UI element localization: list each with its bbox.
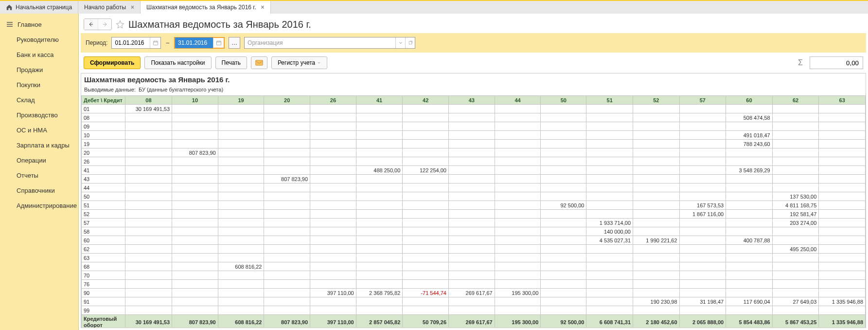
grid-cell[interactable] bbox=[633, 254, 680, 262]
grid-cell[interactable] bbox=[726, 271, 773, 280]
grid-col-header[interactable]: 51 bbox=[586, 96, 633, 105]
grid-col-header[interactable]: 26 bbox=[310, 96, 356, 105]
grid-cell[interactable] bbox=[264, 306, 310, 315]
grid-cell[interactable] bbox=[449, 201, 495, 210]
grid-cell[interactable] bbox=[310, 113, 356, 122]
grid-cell[interactable] bbox=[264, 122, 310, 131]
grid-cell[interactable] bbox=[125, 148, 172, 157]
grid-cell[interactable] bbox=[218, 306, 264, 315]
grid-cell[interactable] bbox=[264, 236, 310, 245]
grid-cell[interactable]: 27 649,03 bbox=[772, 297, 819, 306]
grid-cell[interactable] bbox=[819, 175, 866, 183]
expand-icon[interactable] bbox=[405, 37, 415, 48]
grid-cell[interactable]: 807 823,90 bbox=[264, 175, 310, 183]
grid-cell[interactable] bbox=[125, 280, 172, 289]
grid-row[interactable]: 44 bbox=[82, 183, 866, 192]
grid-cell[interactable] bbox=[449, 306, 495, 315]
grid-cell[interactable] bbox=[310, 280, 356, 289]
grid-cell[interactable]: 4 535 027,31 bbox=[586, 236, 633, 245]
grid-row-header[interactable]: 90 bbox=[82, 289, 125, 297]
grid-cell[interactable]: 508 474,58 bbox=[726, 113, 773, 122]
grid-cell[interactable] bbox=[586, 271, 633, 280]
grid-cell[interactable]: 195 300,00 bbox=[495, 289, 541, 297]
grid-cell[interactable] bbox=[218, 175, 264, 183]
grid-cell[interactable] bbox=[541, 306, 586, 315]
grid-cell[interactable] bbox=[218, 254, 264, 262]
grid-cell[interactable] bbox=[449, 210, 495, 219]
grid-cell[interactable] bbox=[172, 245, 218, 254]
grid-cell[interactable] bbox=[586, 105, 633, 113]
grid-cell[interactable] bbox=[495, 140, 541, 148]
grid-cell[interactable] bbox=[679, 105, 726, 113]
grid-cell[interactable] bbox=[310, 140, 356, 148]
grid-cell[interactable] bbox=[495, 113, 541, 122]
grid-cell[interactable] bbox=[125, 210, 172, 219]
grid-cell[interactable] bbox=[218, 183, 264, 192]
grid-cell[interactable] bbox=[586, 166, 633, 175]
grid-cell[interactable] bbox=[633, 113, 680, 122]
grid-cell[interactable] bbox=[819, 245, 866, 254]
calendar-icon[interactable] bbox=[150, 37, 160, 48]
grid-cell[interactable] bbox=[310, 166, 356, 175]
date-to-input[interactable] bbox=[175, 37, 213, 48]
grid-cell[interactable] bbox=[310, 201, 356, 210]
grid-cell[interactable] bbox=[819, 148, 866, 157]
grid-row[interactable]: 90397 110,002 368 795,82-71 544,74269 61… bbox=[82, 289, 866, 297]
grid-cell[interactable] bbox=[819, 113, 866, 122]
grid-cell[interactable] bbox=[679, 280, 726, 289]
grid-cell[interactable] bbox=[726, 192, 773, 201]
grid-cell[interactable] bbox=[495, 175, 541, 183]
grid-cell[interactable] bbox=[726, 254, 773, 262]
grid-row-header[interactable]: 70 bbox=[82, 271, 125, 280]
grid-cell[interactable] bbox=[819, 210, 866, 219]
grid-cell[interactable] bbox=[356, 245, 403, 254]
grid-cell[interactable] bbox=[819, 201, 866, 210]
grid-cell[interactable] bbox=[819, 183, 866, 192]
grid-cell[interactable] bbox=[449, 236, 495, 245]
print-button[interactable]: Печать bbox=[215, 56, 247, 69]
grid-cell[interactable] bbox=[218, 201, 264, 210]
grid-cell[interactable] bbox=[125, 289, 172, 297]
grid-cell[interactable] bbox=[264, 254, 310, 262]
grid-cell[interactable] bbox=[172, 297, 218, 306]
grid-col-header[interactable]: 20 bbox=[264, 96, 310, 105]
grid-row-header[interactable]: 01 bbox=[82, 105, 125, 113]
grid-cell[interactable] bbox=[679, 236, 726, 245]
grid-cell[interactable] bbox=[356, 210, 403, 219]
grid-cell[interactable] bbox=[449, 183, 495, 192]
close-icon[interactable]: × bbox=[131, 4, 134, 11]
grid-cell[interactable] bbox=[772, 306, 819, 315]
grid-cell[interactable] bbox=[310, 175, 356, 183]
grid-cell[interactable] bbox=[310, 306, 356, 315]
grid-cell[interactable] bbox=[218, 148, 264, 157]
grid-cell[interactable] bbox=[819, 306, 866, 315]
date-from-field[interactable] bbox=[111, 37, 161, 49]
grid-cell[interactable]: 1 335 946,88 bbox=[819, 297, 866, 306]
grid-cell[interactable] bbox=[403, 201, 449, 210]
grid-cell[interactable] bbox=[125, 236, 172, 245]
grid-cell[interactable] bbox=[449, 175, 495, 183]
grid-cell[interactable] bbox=[218, 219, 264, 227]
grid-cell[interactable] bbox=[356, 219, 403, 227]
grid-cell[interactable] bbox=[310, 236, 356, 245]
grid-cell[interactable] bbox=[403, 122, 449, 131]
grid-col-header[interactable]: 19 bbox=[218, 96, 264, 105]
grid-cell[interactable] bbox=[633, 131, 680, 140]
grid-cell[interactable] bbox=[679, 227, 726, 236]
report-area[interactable]: Шахматная ведомость за Январь 2016 г. Вы… bbox=[81, 73, 866, 328]
grid-col-header[interactable]: 44 bbox=[495, 96, 541, 105]
grid-cell[interactable] bbox=[449, 105, 495, 113]
grid-cell[interactable] bbox=[495, 271, 541, 280]
grid-cell[interactable] bbox=[495, 297, 541, 306]
grid-cell[interactable] bbox=[310, 262, 356, 271]
grid-cell[interactable] bbox=[495, 201, 541, 210]
grid-cell[interactable] bbox=[726, 289, 773, 297]
grid-cell[interactable] bbox=[356, 105, 403, 113]
grid-cell[interactable]: -71 544,74 bbox=[403, 289, 449, 297]
grid-row-header[interactable]: 76 bbox=[82, 280, 125, 289]
grid-cell[interactable] bbox=[726, 157, 773, 166]
grid-cell[interactable] bbox=[679, 140, 726, 148]
grid-cell[interactable] bbox=[819, 262, 866, 271]
grid-cell[interactable] bbox=[218, 236, 264, 245]
grid-cell[interactable] bbox=[586, 192, 633, 201]
